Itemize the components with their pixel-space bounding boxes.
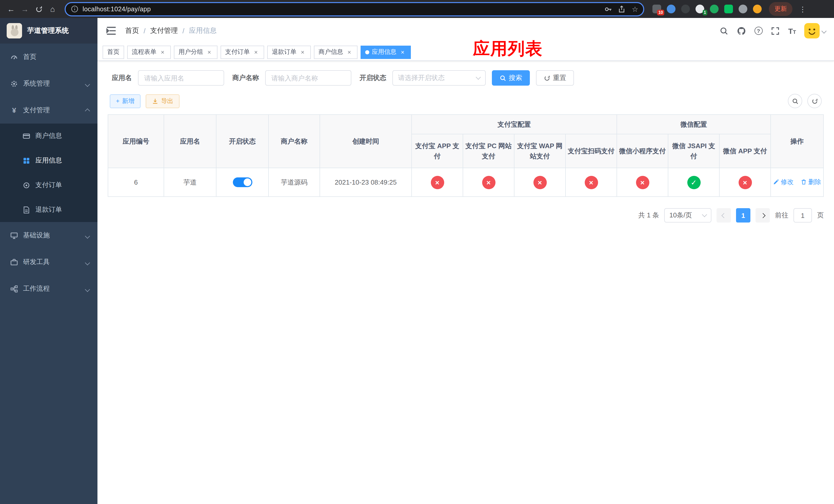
- status-select[interactable]: 请选择开启状态: [392, 70, 486, 86]
- address-bar[interactable]: localhost:1024/pay/app ☆: [65, 2, 644, 16]
- navbar-actions: ? TT: [719, 23, 826, 39]
- close-icon[interactable]: ×: [299, 48, 306, 55]
- user-menu[interactable]: [804, 23, 826, 39]
- sidebar-item-infrastructure[interactable]: 基础设施: [0, 222, 97, 249]
- github-icon[interactable]: [737, 26, 746, 36]
- extension-icon[interactable]: 10: [653, 5, 661, 13]
- close-icon[interactable]: ×: [253, 48, 260, 55]
- alipay-wap-status-icon: ×: [533, 176, 547, 189]
- search-icon[interactable]: [719, 26, 729, 36]
- page-button-1[interactable]: 1: [736, 208, 750, 223]
- sidebar-item-system[interactable]: 系统管理: [0, 70, 97, 97]
- tab-refund-orders[interactable]: 退款订单×: [267, 45, 311, 59]
- edit-link[interactable]: 修改: [773, 178, 793, 187]
- tab-pay-orders[interactable]: 支付订单×: [221, 45, 264, 59]
- browser-back-icon[interactable]: ←: [4, 2, 18, 16]
- wechat-app-status-icon: ×: [738, 176, 752, 189]
- sidebar-item-dev-tools[interactable]: 研发工具: [0, 249, 97, 275]
- table-toolbar: + 新增 导出: [110, 94, 822, 108]
- font-size-icon[interactable]: TT: [788, 26, 796, 35]
- col-merchant: 商户名称: [268, 115, 320, 168]
- extension-badge: 1: [702, 10, 707, 15]
- browser-home-icon[interactable]: ⌂: [46, 2, 60, 16]
- tab-home[interactable]: 首页: [103, 45, 124, 59]
- credit-card-icon: [23, 132, 30, 140]
- help-icon[interactable]: ?: [754, 27, 763, 35]
- grid-icon: [23, 157, 30, 164]
- col-created: 创建时间: [320, 115, 412, 168]
- password-key-icon[interactable]: [604, 5, 612, 13]
- breadcrumb-home[interactable]: 首页: [125, 26, 139, 36]
- browser-menu-icon[interactable]: ⋮: [797, 5, 808, 13]
- tags-view: 首页 流程表单× 用户分组× 支付订单× 退款订单× 商户信息× 应用信息×: [97, 44, 834, 61]
- close-icon[interactable]: ×: [159, 48, 166, 55]
- browser-update-button[interactable]: 更新: [769, 2, 792, 16]
- payment-submenu: 商户信息 应用信息 支付订单: [0, 123, 97, 222]
- extension-icon[interactable]: [724, 5, 733, 13]
- goto-page-input[interactable]: [793, 208, 812, 223]
- bookmark-star-icon[interactable]: ☆: [631, 5, 639, 13]
- close-icon[interactable]: ×: [346, 48, 353, 55]
- status-toggle[interactable]: [233, 177, 252, 187]
- breadcrumb: 首页 / 支付管理 / 应用信息: [125, 26, 217, 36]
- sidebar: 芋道管理系统 首页 系统管理 ¥ 支付管理: [0, 18, 97, 504]
- extension-icon[interactable]: 1: [696, 5, 704, 13]
- plus-icon: +: [116, 97, 119, 105]
- tab-user-group[interactable]: 用户分组×: [174, 45, 218, 59]
- page-size-select[interactable]: 10条/页: [664, 208, 711, 223]
- delete-link[interactable]: 删除: [801, 178, 821, 187]
- sidebar-collapse-icon[interactable]: [106, 25, 117, 37]
- sidebar-item-payment[interactable]: ¥ 支付管理: [0, 97, 97, 123]
- site-info-icon[interactable]: [71, 5, 79, 13]
- close-icon[interactable]: ×: [206, 48, 213, 55]
- goto-label: 前往: [775, 211, 788, 220]
- browser-forward-icon[interactable]: →: [18, 2, 32, 16]
- search-form: 应用名 商户名称 开启状态 请选择开启状态 搜索 重置: [110, 70, 822, 86]
- extensions-puzzle-icon[interactable]: [739, 5, 747, 13]
- sidebar-item-merchant-info[interactable]: 商户信息: [0, 123, 97, 148]
- sidebar-item-workflow[interactable]: 工作流程: [0, 275, 97, 302]
- next-page-button[interactable]: [755, 208, 770, 223]
- tab-app-info[interactable]: 应用信息×: [360, 45, 411, 59]
- sidebar-item-home[interactable]: 首页: [0, 44, 97, 70]
- refresh-button[interactable]: [807, 94, 822, 108]
- extension-icon[interactable]: [667, 5, 676, 13]
- col-alipay-qr: 支付宝扫码支付: [566, 134, 617, 168]
- share-icon[interactable]: [618, 5, 626, 13]
- target-icon: [23, 181, 30, 189]
- logo-image: [7, 23, 22, 39]
- cell-merchant: 芋道源码: [268, 168, 320, 197]
- reset-button[interactable]: 重置: [536, 70, 574, 86]
- extension-icon[interactable]: [681, 5, 690, 13]
- tab-merchant-info[interactable]: 商户信息×: [314, 45, 357, 59]
- alipay-app-status-icon: ×: [431, 176, 444, 189]
- extension-icon[interactable]: [710, 5, 719, 13]
- active-dot: [365, 50, 369, 54]
- profile-avatar-icon[interactable]: [753, 5, 762, 13]
- merchant-name-input[interactable]: [265, 70, 351, 86]
- tab-process-form[interactable]: 流程表单×: [127, 45, 171, 59]
- extension-badge: 10: [657, 10, 664, 15]
- chevron-down-icon: [86, 231, 89, 239]
- group-wechat-config: 微信配置: [617, 115, 771, 134]
- col-app-name: 应用名: [164, 115, 216, 168]
- sidebar-logo[interactable]: 芋道管理系统: [0, 18, 97, 44]
- close-icon[interactable]: ×: [399, 48, 406, 55]
- export-button[interactable]: 导出: [146, 94, 179, 108]
- prev-page-button[interactable]: [717, 208, 731, 223]
- toggle-search-button[interactable]: [788, 94, 802, 108]
- browser-reload-icon[interactable]: [32, 2, 46, 16]
- app-table: 应用编号 应用名 开启状态 商户名称 创建时间 支付宝配置 微信配置 操作 支付…: [108, 114, 824, 197]
- sidebar-item-app-info[interactable]: 应用信息: [0, 148, 97, 173]
- app-name-input[interactable]: [138, 70, 224, 86]
- cell-app-id: 6: [108, 168, 164, 197]
- fullscreen-icon[interactable]: [771, 26, 780, 36]
- col-alipay-wap: 支付宝 WAP 网站支付: [514, 134, 566, 168]
- search-button[interactable]: 搜索: [492, 70, 530, 86]
- sidebar-item-pay-orders[interactable]: 支付订单: [0, 173, 97, 198]
- chevron-down-icon: [702, 212, 707, 217]
- add-button[interactable]: + 新增: [110, 94, 140, 108]
- breadcrumb-payment[interactable]: 支付管理: [150, 26, 178, 36]
- sidebar-item-refund-orders[interactable]: 退款订单: [0, 198, 97, 222]
- avatar: [804, 23, 820, 39]
